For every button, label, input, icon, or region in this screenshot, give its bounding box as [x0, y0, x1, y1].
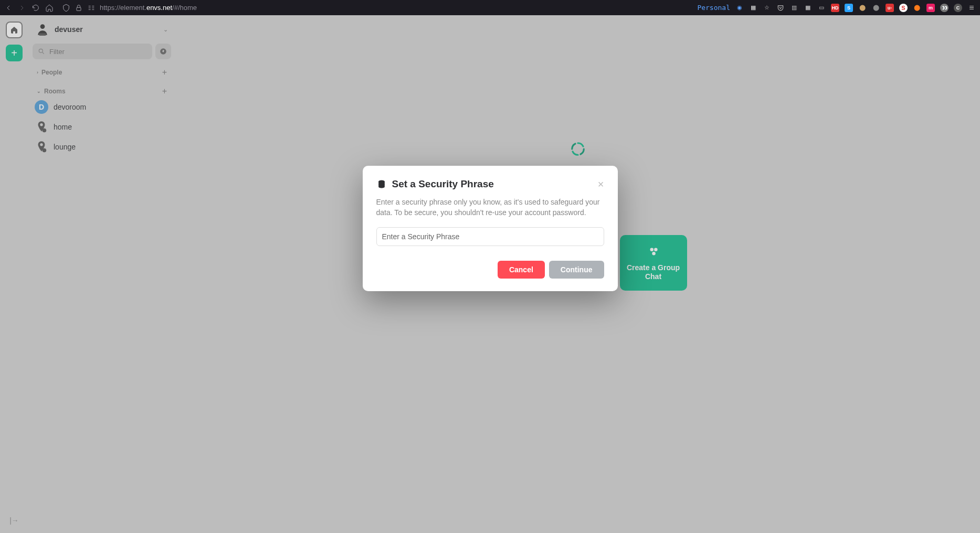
ext-mute-icon[interactable]: ⬤	[872, 4, 880, 12]
ext-stylus-icon[interactable]: S	[899, 4, 908, 12]
library-icon[interactable]: ▥	[790, 4, 798, 12]
ext-eyes-icon[interactable]: 👀	[940, 4, 949, 12]
container-label[interactable]: Personal	[697, 4, 730, 12]
permissions-icon[interactable]	[87, 4, 96, 12]
grid-icon[interactable]: ▦	[749, 4, 757, 12]
ext-fox-icon[interactable]: ⬤	[913, 4, 921, 12]
ext-cookie-icon[interactable]: ⬤	[858, 4, 867, 12]
security-phrase-dialog: Set a Security Phrase × Enter a security…	[363, 166, 618, 291]
url-bar[interactable]: https://element.envs.net/#/home	[59, 4, 692, 12]
lock-icon	[75, 4, 83, 12]
cancel-button[interactable]: Cancel	[498, 261, 545, 279]
dialog-title: Set a Security Phrase	[392, 178, 593, 190]
ext-s-icon[interactable]: S	[845, 4, 853, 12]
secure-backup-icon	[376, 179, 387, 189]
browser-toolbar: https://element.envs.net/#/home Personal…	[0, 0, 980, 15]
ext-m-icon[interactable]: m	[926, 4, 935, 12]
url-path: /#/home	[172, 4, 197, 12]
home-icon[interactable]	[45, 4, 54, 12]
back-icon[interactable]	[4, 4, 13, 12]
pocket-icon[interactable]	[776, 4, 785, 12]
bookmark-star-icon[interactable]: ☆	[763, 4, 771, 12]
svg-rect-0	[77, 7, 81, 10]
continue-button[interactable]: Continue	[549, 261, 604, 279]
hamburger-icon[interactable]: ≡	[967, 4, 976, 12]
ext-hd-icon[interactable]: HD	[831, 4, 839, 12]
reader-icon[interactable]: ▭	[817, 4, 826, 12]
url-domain: envs.net	[146, 4, 172, 12]
ext-c-icon[interactable]: C	[954, 4, 962, 12]
url-subdomain: element.	[120, 4, 146, 12]
shield-icon	[62, 4, 70, 12]
dialog-description: Enter a security phrase only you know, a…	[376, 197, 604, 218]
addons-icon[interactable]: ▦	[804, 4, 812, 12]
close-icon[interactable]: ×	[598, 179, 604, 189]
forward-icon[interactable]	[18, 4, 26, 12]
reload-icon[interactable]	[31, 4, 40, 12]
security-phrase-input[interactable]	[376, 227, 604, 246]
url-protocol: https://	[100, 4, 120, 12]
fingerprint-icon[interactable]: ◉	[735, 4, 744, 12]
ext-ublock-icon[interactable]: u◦	[886, 4, 894, 12]
